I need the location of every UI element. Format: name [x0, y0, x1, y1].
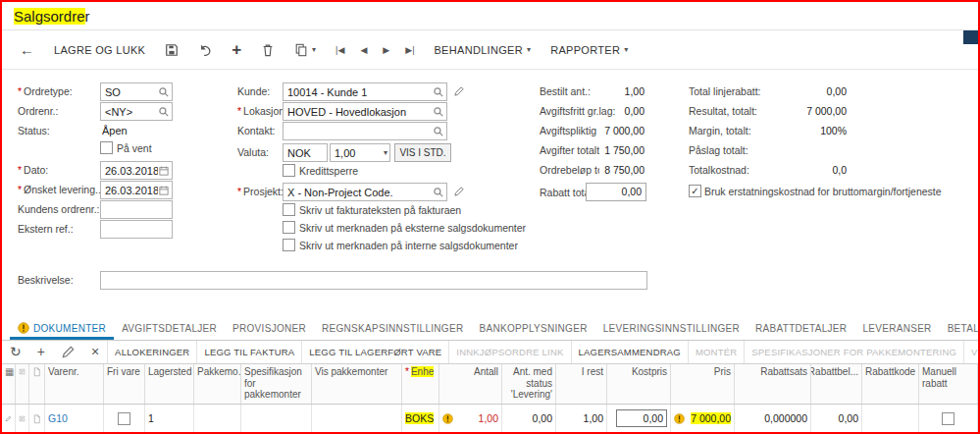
add-row-icon[interactable]: + — [37, 345, 45, 359]
lookup-icon[interactable] — [158, 106, 170, 118]
vis-i-std-button[interactable]: VIS I STD. — [394, 143, 451, 162]
onsket-levering-field[interactable]: 26.03.2018 — [100, 181, 173, 199]
tab-leveranser[interactable]: LEVERANSER — [854, 318, 939, 340]
skriv-ut-merknad-interne-checkbox[interactable] — [283, 239, 295, 251]
cell-i-rest[interactable]: 1,00 — [556, 405, 607, 432]
add-record-icon[interactable]: + — [232, 43, 241, 57]
save-and-close-button[interactable]: LAGRE OG LUKK — [54, 44, 145, 56]
cell-enhet[interactable]: BOKS — [402, 405, 439, 432]
cell-spesifikasjon[interactable] — [241, 405, 312, 432]
save-icon[interactable] — [165, 43, 179, 57]
cell-pakkemontering[interactable] — [194, 405, 241, 432]
lookup-icon[interactable] — [433, 106, 444, 118]
row-note-icon[interactable] — [16, 405, 29, 432]
edit-prosjekt-icon[interactable] — [453, 186, 465, 197]
cell-rabattbelop[interactable]: 0,00 — [811, 405, 862, 432]
tab-provisjoner[interactable]: PROVISJONER — [225, 318, 314, 340]
cell-ant-med-status[interactable]: 0,00 — [502, 405, 556, 432]
col-enhet[interactable]: *Enhe — [402, 364, 439, 404]
cell-kostpris[interactable]: 0,00 — [607, 405, 671, 432]
cell-manuell-rabatt[interactable] — [919, 405, 978, 432]
last-record-icon[interactable]: ▶| — [405, 45, 414, 55]
tab-dokumenter[interactable]: DOKUMENTER — [10, 317, 114, 340]
legg-til-lagerfort-vare-button[interactable]: LEGG TIL LAGERFØRT VARE — [301, 341, 448, 364]
refresh-icon[interactable]: ↻ — [10, 345, 22, 359]
lookup-icon[interactable] — [433, 126, 444, 137]
cell-varenr[interactable]: G10 — [45, 405, 104, 432]
ekstern-ref-field[interactable] — [100, 220, 173, 239]
behandlinger-menu-button[interactable]: BEHANDLINGER▾ — [434, 44, 531, 56]
calendar-icon[interactable] — [158, 185, 170, 196]
delete-row-icon[interactable]: × — [91, 345, 99, 359]
lookup-icon[interactable] — [158, 86, 170, 98]
col-manuell-rabatt[interactable]: Manuell rabatt — [919, 364, 978, 404]
row-file-icon[interactable] — [29, 405, 45, 432]
col-kostpris[interactable]: Kostpris — [607, 364, 671, 404]
tab-bankopplysninger[interactable]: BANKOPPLYSNINGER — [471, 318, 594, 340]
files-column-icon[interactable] — [29, 364, 45, 404]
col-fri-vare[interactable]: Fri vare — [104, 364, 145, 404]
kredittsperre-checkbox[interactable] — [283, 164, 295, 177]
lagersammendrag-button[interactable]: LAGERSAMMENDRAG — [571, 341, 688, 364]
skriv-ut-merknad-eksterne-checkbox[interactable] — [283, 221, 295, 234]
cell-vis-pakkemonter[interactable] — [312, 405, 402, 432]
fri-vare-checkbox[interactable] — [118, 412, 130, 425]
copy-paste-menu[interactable]: ▾ — [294, 43, 316, 57]
chevron-down-icon[interactable]: ▾ — [384, 148, 387, 157]
lokasjon-field[interactable]: HOVED - Hovedlokasjon — [283, 102, 447, 121]
cell-antall[interactable]: 1,00 — [439, 405, 502, 432]
cell-rabattkode[interactable] — [862, 405, 919, 432]
col-rabattkode[interactable]: Rabattkode — [862, 364, 919, 404]
dato-field[interactable]: 26.03.2018 — [100, 161, 173, 180]
next-record-icon[interactable]: ▶ — [383, 45, 389, 55]
row-selector-column-icon[interactable]: ▦ — [2, 364, 16, 404]
edit-kunde-icon[interactable] — [453, 85, 465, 97]
varenr-link[interactable]: G10 — [48, 412, 68, 424]
tab-regnskapsinnstillinger[interactable]: REGNSKAPSINNSTILLINGER — [314, 318, 471, 340]
tab-leveringsinnstillinger[interactable]: LEVERINGSINNSTILLINGER — [595, 318, 748, 340]
legg-til-faktura-button[interactable]: LEGG TIL FAKTURA — [196, 341, 301, 364]
notes-column-icon[interactable] — [16, 364, 29, 404]
skriv-ut-fakturatekst-checkbox[interactable] — [283, 203, 295, 216]
col-varenr[interactable]: Varenr. — [45, 364, 104, 404]
kontakt-field[interactable] — [283, 122, 447, 140]
col-spesifikasjon-pakkemonter[interactable]: Spesifikasjon for pakkemonter — [241, 364, 312, 404]
first-record-icon[interactable]: |◀ — [335, 45, 344, 55]
rabatt-totalt-field[interactable]: 0,00 — [586, 183, 646, 201]
lookup-icon[interactable] — [433, 86, 444, 98]
erstatningskostnad-checkbox[interactable] — [689, 185, 701, 197]
allokeringer-button[interactable]: ALLOKERINGER — [107, 341, 196, 364]
kostpris-editor[interactable]: 0,00 — [616, 409, 667, 427]
tab-avgiftsdetaljer[interactable]: AVGIFTSDETALJER — [114, 318, 225, 340]
col-rabattsats[interactable]: Rabattsats — [735, 364, 811, 404]
ordretype-field[interactable]: SO — [100, 82, 173, 101]
ordrenr-field[interactable]: <NY> — [100, 102, 173, 121]
col-pakkemontering[interactable]: Pakkemo... — [194, 364, 241, 404]
prev-record-icon[interactable]: ◀ — [360, 45, 367, 55]
tab-betalinger[interactable]: BETALINGER — [940, 318, 980, 340]
col-i-rest[interactable]: I rest — [556, 364, 607, 404]
delete-record-icon[interactable] — [261, 43, 275, 57]
cell-rabattsats[interactable]: 0,000000 — [735, 405, 811, 432]
row-edit-pencil-icon[interactable] — [2, 405, 16, 432]
paa-vent-checkbox[interactable] — [100, 141, 113, 154]
beskrivelse-field[interactable] — [100, 271, 647, 290]
col-ant-med-status[interactable]: Ant. med status 'Levering' — [502, 364, 556, 404]
col-antall[interactable]: Antall — [439, 364, 502, 404]
manuell-rabatt-checkbox[interactable] — [942, 412, 954, 425]
col-lagersted[interactable]: Lagersted — [145, 364, 194, 404]
cell-pris[interactable]: 7 000,00 — [671, 405, 735, 432]
back-icon[interactable]: ← — [20, 43, 34, 57]
col-vis-pakkemonter[interactable]: Vis pakkemonter — [312, 364, 402, 404]
undo-icon[interactable] — [198, 43, 212, 57]
cell-fri-vare[interactable] — [104, 405, 145, 432]
rapporter-menu-button[interactable]: RAPPORTER▾ — [550, 44, 628, 56]
calendar-icon[interactable] — [158, 165, 170, 177]
valuta-rate-field[interactable]: 1,00▾ — [330, 143, 390, 162]
cell-lagersted[interactable]: 1 — [145, 405, 194, 432]
col-pris[interactable]: Pris — [671, 364, 735, 404]
kunde-field[interactable]: 10014 - Kunde 1 — [283, 82, 447, 101]
edit-row-icon[interactable] — [61, 345, 76, 359]
col-rabattbelop[interactable]: Rabattbel... — [811, 364, 862, 404]
valuta-currency-field[interactable]: NOK — [283, 143, 328, 162]
